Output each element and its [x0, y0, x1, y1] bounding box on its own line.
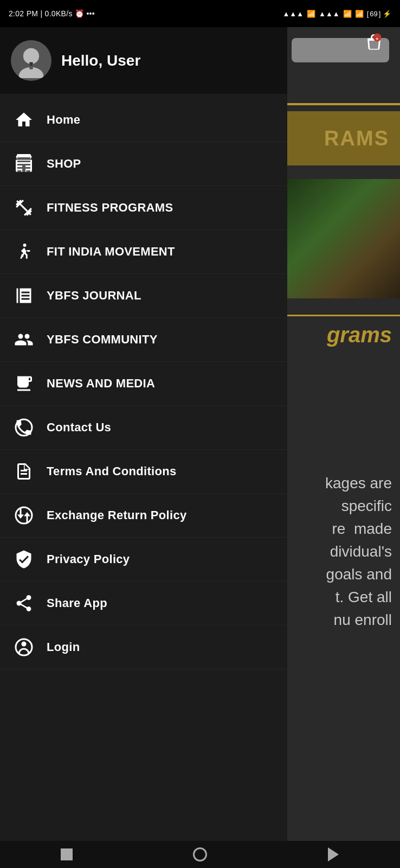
menu-item-ybfs-community[interactable]: YBFS COMMUNITY: [0, 318, 287, 362]
shop-icon: [13, 153, 35, 175]
bottom-navigation: [0, 841, 400, 868]
status-bar: 2:02 PM | 0.0KB/s ⏰ ••• ▲▲▲ 📶 ▲▲▲ 📶 📶 [6…: [0, 0, 400, 27]
menu-list: Home: [0, 94, 287, 841]
menu-label-fitness: FITNESS PROGRAMS: [47, 201, 173, 215]
menu-item-contact[interactable]: Contact Us: [0, 406, 287, 450]
menu-label-contact: Contact Us: [47, 420, 111, 435]
menu-item-home[interactable]: Home: [0, 98, 287, 142]
bg-gold-bar: [286, 103, 400, 105]
menu-label-community: YBFS COMMUNITY: [47, 333, 158, 347]
user-greeting: Hello, User: [61, 52, 140, 69]
menu-item-ybfs-journal[interactable]: YBFS JOURNAL: [0, 274, 287, 318]
drawer-header: Hello, User: [0, 27, 287, 94]
phone-icon: [13, 417, 35, 438]
avatar: [11, 40, 51, 81]
back-icon: [328, 847, 339, 861]
nav-home-button[interactable]: [190, 845, 210, 864]
svg-point-2: [23, 48, 39, 64]
menu-item-fit-india[interactable]: FIT INDIA MOVEMENT: [0, 230, 287, 274]
community-icon: [13, 329, 35, 350]
walking-icon: [13, 241, 35, 263]
fitness-icon: [13, 197, 35, 219]
menu-label-journal: YBFS JOURNAL: [47, 289, 141, 303]
menu-item-shop[interactable]: SHOP: [0, 142, 287, 186]
svg-rect-15: [17, 170, 22, 172]
menu-label-privacy: Privacy Policy: [47, 552, 130, 566]
bg-gold-accent-1: [281, 315, 400, 316]
svg-rect-16: [27, 170, 31, 172]
user-avatar-icon: [14, 43, 49, 78]
exchange-icon: [13, 505, 35, 526]
user-icon: [13, 636, 35, 658]
document-icon: [13, 461, 35, 482]
cart-icon-area: +: [359, 27, 389, 60]
menu-label-shop: SHOP: [47, 157, 81, 171]
home-icon: [13, 109, 35, 131]
menu-label-terms: Terms And Conditions: [47, 464, 176, 478]
menu-label-fit-india: FIT INDIA MOVEMENT: [47, 245, 175, 259]
menu-item-terms[interactable]: Terms And Conditions: [0, 450, 287, 494]
journal-icon: [13, 285, 35, 307]
menu-label-login: Login: [47, 640, 80, 654]
svg-point-22: [22, 642, 27, 647]
menu-item-share[interactable]: Share App: [0, 582, 287, 626]
bg-programs-box: RAMS: [286, 111, 400, 165]
status-icons: ▲▲▲ 📶 ▲▲▲ 📶 📶 [69] ⚡: [282, 10, 391, 18]
svg-text:+: +: [376, 36, 378, 42]
nav-back-button[interactable]: [324, 845, 343, 864]
menu-item-privacy[interactable]: Privacy Policy: [0, 538, 287, 582]
status-time: 2:02 PM | 0.0KB/s ⏰ •••: [9, 9, 95, 18]
nav-recent-apps-button[interactable]: [57, 845, 76, 864]
bg-body-text: kages arespecificre madedividual'sgoals …: [283, 472, 400, 631]
menu-label-home: Home: [47, 113, 80, 127]
cart-icon[interactable]: +: [364, 33, 384, 52]
menu-item-news-media[interactable]: NEWS AND MEDIA: [0, 362, 287, 406]
navigation-drawer: Hello, User Home: [0, 27, 287, 841]
svg-rect-12: [17, 161, 30, 162]
svg-point-18: [23, 244, 27, 247]
recent-apps-icon: [61, 848, 73, 860]
svg-rect-13: [17, 164, 30, 165]
menu-item-exchange[interactable]: Exchange Return Policy: [0, 494, 287, 538]
menu-label-exchange: Exchange Return Policy: [47, 508, 186, 522]
bg-grams-text: grams: [281, 323, 400, 347]
menu-label-share: Share App: [47, 596, 107, 610]
svg-rect-11: [17, 157, 30, 159]
news-icon: [13, 373, 35, 394]
share-icon: [13, 592, 35, 614]
svg-rect-17: [22, 165, 25, 172]
menu-label-news: NEWS AND MEDIA: [47, 376, 155, 391]
menu-item-login[interactable]: Login: [0, 626, 287, 669]
home-nav-icon: [193, 847, 207, 861]
bg-programs-text: RAMS: [324, 127, 389, 150]
menu-item-fitness-programs[interactable]: FITNESS PROGRAMS: [0, 186, 287, 230]
shield-icon: [13, 548, 35, 570]
bg-image-box: [281, 179, 400, 298]
